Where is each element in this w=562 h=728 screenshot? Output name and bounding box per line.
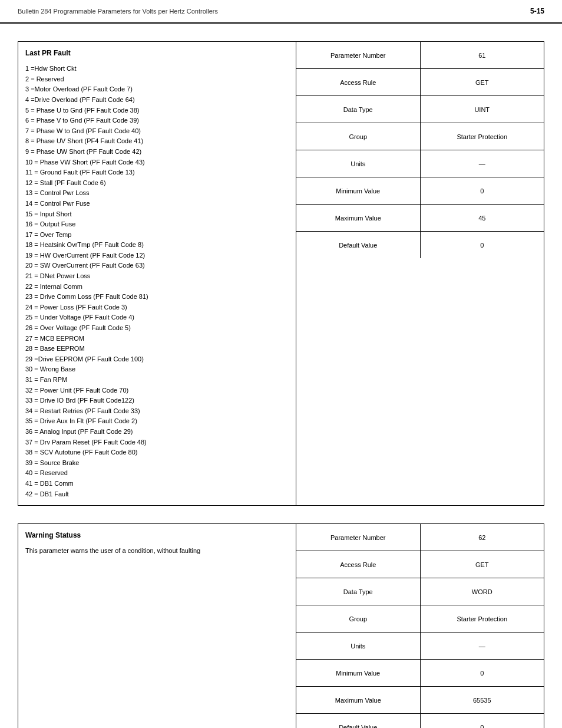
page-header: Bulletin 284 Programmable Parameters for… [0, 0, 562, 24]
desc-line: 26 = Over Voltage (PF Fault Code 5) [25, 323, 289, 334]
param-row-label: Default Value [296, 232, 421, 258]
param-row-label: Group [296, 605, 421, 632]
desc-line: 16 = Output Fuse [25, 219, 289, 230]
desc-line: 41 = DB1 Comm [25, 479, 289, 489]
desc-line: 21 = DNet Power Loss [25, 271, 289, 282]
desc-line: 40 = Reserved [25, 468, 289, 479]
param-row-value: Starter Protection [421, 123, 544, 150]
param-row: Minimum Value0 [296, 177, 544, 205]
param-row-value: WORD [421, 578, 544, 605]
desc-line: 13 = Control Pwr Loss [25, 188, 289, 199]
desc-line: 25 = Under Voltage (PF Fault Code 4) [25, 312, 289, 323]
last-pr-fault-title: Last PR Fault [25, 48, 289, 59]
param-row-value: 61 [421, 42, 544, 68]
desc-line: 28 = Base EEPROM [25, 344, 289, 354]
param-row-value: 0 [421, 232, 544, 258]
param-row-label: Parameter Number [296, 524, 421, 551]
desc-line: 3 =Motor Overload (PF Fault Code 7) [25, 84, 289, 95]
param-row-value: GET [421, 69, 544, 95]
param-row-value: 65535 [421, 687, 544, 713]
desc-line: 36 = Analog Input (PF Fault Code 29) [25, 427, 289, 437]
param-row: Data TypeWORD [296, 578, 544, 605]
desc-line: 35 = Drive Aux In Flt (PF Fault Code 2) [25, 416, 289, 427]
param-row: Units— [296, 633, 544, 660]
desc-line: 27 = MCB EEPROM [25, 334, 289, 344]
desc-line: 38 = SCV Autotune (PF Fault Code 80) [25, 447, 289, 458]
desc-line: 42 = DB1 Fault [25, 489, 289, 500]
param-row-label: Minimum Value [296, 660, 421, 686]
page-number: 5-15 [530, 7, 544, 15]
desc-line: 10 = Phase VW Short (PF Fault Code 43) [25, 157, 289, 168]
desc-line: 14 = Control Pwr Fuse [25, 199, 289, 209]
desc-line: 7 = Phase W to Gnd (PF Fault Code 40) [25, 126, 289, 137]
main-content: Last PR Fault 1 =Hdw Short Ckt2 = Reserv… [0, 35, 562, 728]
desc-line: 23 = Drive Comm Loss (PF Fault Code 81) [25, 292, 289, 302]
last-pr-fault-description: Last PR Fault 1 =Hdw Short Ckt2 = Reserv… [18, 42, 296, 505]
desc-line: 24 = Power Loss (PF Fault Code 3) [25, 302, 289, 313]
desc-line: 1 =Hdw Short Ckt [25, 64, 289, 74]
param-row: Units— [296, 150, 544, 177]
desc-line: 4 =Drive Overload (PF Fault Code 64) [25, 95, 289, 106]
param-row-label: Parameter Number [296, 42, 421, 68]
param-row-label: Units [296, 150, 421, 177]
param-row: Minimum Value0 [296, 660, 544, 687]
param-row-value: Starter Protection [421, 605, 544, 632]
param-row: GroupStarter Protection [296, 605, 544, 633]
param-row: Access RuleGET [296, 551, 544, 578]
param-row-value: 0 [421, 714, 544, 728]
param-row-value: UINT [421, 96, 544, 123]
desc-line: 19 = HW OverCurrent (PF Fault Code 12) [25, 251, 289, 261]
desc-line: 20 = SW OverCurrent (PF Fault Code 63) [25, 261, 289, 271]
desc-line: 18 = Heatsink OvrTmp (PF Fault Code 8) [25, 240, 289, 251]
param-row-value: — [421, 150, 544, 177]
last-pr-fault-lines: 1 =Hdw Short Ckt2 = Reserved3 =Motor Ove… [25, 64, 289, 499]
param-row-value: 62 [421, 524, 544, 551]
param-row-label: Default Value [296, 714, 421, 728]
param-row-value: 0 [421, 177, 544, 204]
warning-statuss-title: Warning Statuss [25, 530, 289, 541]
param-row-label: Minimum Value [296, 177, 421, 204]
warning-statuss-rows: Parameter Number62Access RuleGETData Typ… [296, 524, 544, 728]
param-row-label: Maximum Value [296, 205, 421, 231]
param-row-value: 45 [421, 205, 544, 231]
desc-line: 34 = Restart Retries (PF Fault Code 33) [25, 406, 289, 417]
desc-line: 39 = Source Brake [25, 458, 289, 469]
desc-line: 22 = Internal Comm [25, 282, 289, 292]
desc-line: 37 = Drv Param Reset (PF Fault Code 48) [25, 437, 289, 448]
warning-statuss-lines: This parameter warns the user of a condi… [25, 546, 289, 556]
param-row-value: GET [421, 551, 544, 578]
desc-line: 6 = Phase V to Gnd (PF Fault Code 39) [25, 116, 289, 126]
desc-line: 33 = Drive IO Brd (PF Fault Code122) [25, 396, 289, 406]
desc-line: This parameter warns the user of a condi… [25, 546, 289, 556]
param-row: Default Value0 [296, 232, 544, 258]
warning-statuss-table: Warning Statuss This parameter warns the… [18, 523, 544, 728]
desc-line: 30 = Wrong Base [25, 364, 289, 375]
param-row: Access RuleGET [296, 69, 544, 96]
last-pr-fault-rows: Parameter Number61Access RuleGETData Typ… [296, 42, 544, 505]
param-row-label: Data Type [296, 578, 421, 605]
desc-line: 9 = Phase UW Short (PF Fault Code 42) [25, 147, 289, 157]
desc-line: 29 =Drive EEPROM (PF Fault Code 100) [25, 354, 289, 365]
desc-line: 5 = Phase U to Gnd (PF Fault Code 38) [25, 106, 289, 116]
param-row-value: 0 [421, 660, 544, 686]
desc-line: 17 = Over Temp [25, 230, 289, 241]
last-pr-fault-table: Last PR Fault 1 =Hdw Short Ckt2 = Reserv… [18, 41, 544, 506]
param-row-label: Access Rule [296, 551, 421, 578]
param-row-label: Group [296, 123, 421, 150]
param-row-label: Data Type [296, 96, 421, 123]
param-row-label: Maximum Value [296, 687, 421, 713]
param-row: Default Value0 [296, 714, 544, 728]
param-row: Parameter Number62 [296, 524, 544, 551]
desc-line: 31 = Fan RPM [25, 375, 289, 386]
desc-line: 11 = Ground Fault (PF Fault Code 13) [25, 167, 289, 178]
param-row-label: Units [296, 633, 421, 659]
param-row: Maximum Value65535 [296, 687, 544, 714]
desc-line: 12 = Stall (PF Fault Code 6) [25, 178, 289, 189]
header-title: Bulletin 284 Programmable Parameters for… [18, 8, 218, 15]
desc-line: 32 = Power Unit (PF Fault Code 70) [25, 386, 289, 396]
param-row: Parameter Number61 [296, 42, 544, 69]
param-row-label: Access Rule [296, 69, 421, 95]
desc-line: 15 = Input Short [25, 209, 289, 220]
desc-line: 2 = Reserved [25, 74, 289, 85]
param-row: GroupStarter Protection [296, 123, 544, 150]
